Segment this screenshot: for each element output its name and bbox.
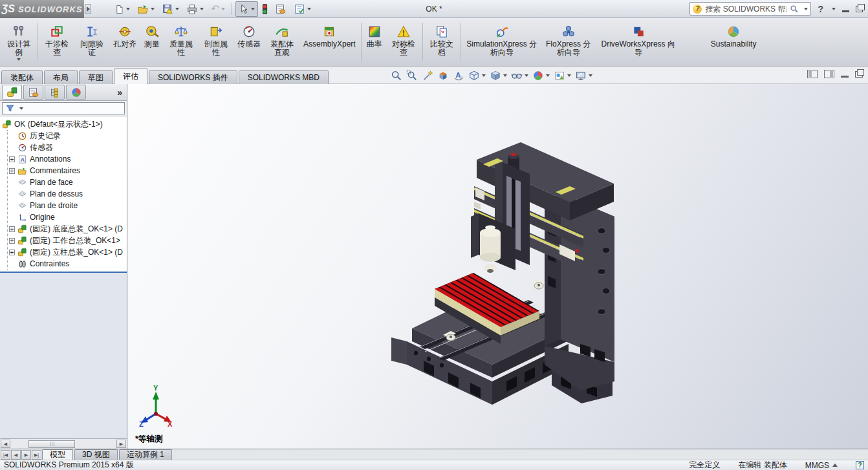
edit-appearance-caret-icon[interactable] <box>546 74 550 77</box>
help-button[interactable]: ? <box>818 4 823 14</box>
tree-item-origin[interactable]: Origine <box>9 211 127 223</box>
expand-icon[interactable] <box>9 168 15 174</box>
curvature-button[interactable]: 曲率 <box>363 20 386 50</box>
document-restore-button[interactable] <box>855 71 863 78</box>
scroll-left-button[interactable]: ◀ <box>1 440 10 448</box>
tree-item-base-subassembly[interactable]: (固定) 底座总装_OK<1> (D <box>9 223 127 235</box>
scrollbar-thumb[interactable] <box>28 440 75 448</box>
model-tab[interactable]: 模型 <box>42 449 73 460</box>
design-study-button[interactable]: 设计算例 <box>1 20 36 62</box>
compare-documents-button[interactable]: 比较文档 <box>424 20 459 58</box>
displaymanager-tab[interactable] <box>66 85 86 100</box>
simulationxpress-button[interactable]: SimulationXpress 分析向导 <box>462 20 541 58</box>
tree-filter-box[interactable] <box>2 102 125 114</box>
configurationmanager-tab[interactable] <box>45 85 65 100</box>
search-dropdown-caret-icon[interactable] <box>804 8 808 10</box>
select-tool-button[interactable] <box>235 1 258 17</box>
tab-scroll-next-button[interactable]: ▶ <box>21 450 31 460</box>
help-dropdown-caret-icon[interactable] <box>832 8 836 10</box>
3d-views-tab[interactable]: 3D 视图 <box>74 449 118 460</box>
display-style-button[interactable] <box>488 69 508 82</box>
expand-icon[interactable] <box>9 156 15 162</box>
tree-root-item[interactable]: OK (Défaut<显示状态-1>) <box>2 118 127 130</box>
save-dropdown-caret-icon[interactable] <box>175 8 179 10</box>
assembly-visualization-button[interactable]: 装配体直观 <box>265 20 299 58</box>
tree-item-mates[interactable]: Contraintes <box>9 258 127 270</box>
menu-expand-button[interactable] <box>85 4 91 14</box>
units-selector[interactable]: MMGS <box>805 461 838 470</box>
design-study-caret-icon[interactable] <box>17 58 21 61</box>
clearance-verification-button[interactable]: 间隙验证 <box>74 20 109 58</box>
document-minimize-button[interactable] <box>841 76 849 78</box>
section-properties-button[interactable]: 剖面属性 <box>199 20 233 58</box>
tree-item-comments[interactable]: Commentaires <box>9 165 127 176</box>
new-dropdown-caret-icon[interactable] <box>126 8 130 10</box>
collapse-right-pane-button[interactable] <box>824 70 834 78</box>
cnc-machine-model[interactable] <box>386 124 629 409</box>
search-box[interactable]: ? <box>689 2 811 16</box>
tree-item-worktable-subassembly[interactable]: (固定) 工作台总装_OK<1> <box>9 235 127 246</box>
panel-horizontal-scrollbar[interactable]: ◀ ▶ <box>0 438 127 449</box>
filter-funnel-icon[interactable] <box>5 103 15 113</box>
tree-item-column-subassembly[interactable]: (固定) 立柱总装_OK<1> (D <box>9 246 127 258</box>
featuremanager-tree-tab[interactable] <box>2 85 22 100</box>
view-orientation-caret-icon[interactable] <box>482 74 486 77</box>
apply-scene-caret-icon[interactable] <box>567 74 571 77</box>
search-icon[interactable] <box>790 5 799 14</box>
panel-overflow-chevron[interactable]: » <box>117 87 122 98</box>
tab-assembly[interactable]: 装配体 <box>1 70 43 84</box>
tree-item-history[interactable]: 历史记录 <box>9 130 127 142</box>
tree-item-top-plane[interactable]: Plan de dessus <box>9 188 127 200</box>
view-settings-caret-icon[interactable] <box>589 74 592 77</box>
floxpress-button[interactable]: FloXpress 分析向导 <box>541 20 596 58</box>
section-view-button[interactable] <box>436 69 450 82</box>
tree-item-sensors[interactable]: 传感器 <box>9 142 127 153</box>
symmetry-check-button[interactable]: 对称检查 <box>386 20 421 58</box>
expand-icon[interactable] <box>9 226 15 232</box>
collapse-left-pane-button[interactable] <box>807 70 818 78</box>
search-input[interactable] <box>705 5 787 14</box>
expand-icon[interactable] <box>9 250 15 255</box>
edit-appearance-button[interactable] <box>531 69 551 82</box>
driveworksxpress-button[interactable]: DriveWorksXpress 向导 <box>596 20 681 58</box>
motion-study-tab[interactable]: 运动算例 1 <box>119 449 172 460</box>
open-dropdown-caret-icon[interactable] <box>151 8 155 10</box>
mass-properties-button[interactable]: 质量属性 <box>164 20 199 58</box>
hide-show-items-button[interactable] <box>510 69 530 82</box>
sustainability-button[interactable]: Sustainability <box>707 20 761 50</box>
print-button[interactable] <box>183 1 207 17</box>
tree-item-right-plane[interactable]: Plan de droite <box>9 200 127 211</box>
propertymanager-tab[interactable] <box>23 85 43 100</box>
expand-icon[interactable] <box>9 238 15 244</box>
tab-solidworks-mbd[interactable]: SOLIDWORKS MBD <box>239 70 329 84</box>
tab-sketch[interactable]: 草图 <box>79 70 113 84</box>
new-document-button[interactable] <box>111 1 133 17</box>
apply-scene-button[interactable] <box>552 69 572 82</box>
zoom-to-area-button[interactable] <box>405 69 419 82</box>
previous-view-button[interactable] <box>420 69 435 82</box>
open-button[interactable] <box>134 1 158 17</box>
dynamic-annotation-views-button[interactable] <box>451 69 466 82</box>
print-dropdown-caret-icon[interactable] <box>200 8 204 10</box>
save-button[interactable] <box>158 1 182 17</box>
graphics-viewport[interactable]: Y X Z *等轴测 <box>127 84 868 449</box>
undo-button[interactable]: ↶ <box>208 1 228 17</box>
zoom-to-fit-button[interactable] <box>389 69 404 82</box>
tab-evaluate[interactable]: 评估 <box>114 69 147 84</box>
restore-window-button[interactable] <box>856 6 863 12</box>
display-style-caret-icon[interactable] <box>503 74 507 77</box>
view-orientation-button[interactable] <box>467 69 487 82</box>
tab-scroll-prev-button[interactable]: ◀ <box>11 450 21 460</box>
tab-solidworks-addins[interactable]: SOLIDWORKS 插件 <box>149 70 237 84</box>
status-help-button[interactable]: ? <box>856 461 864 469</box>
filter-caret-icon[interactable] <box>19 107 23 110</box>
interference-detection-button[interactable]: 干涉检查 <box>39 20 74 58</box>
hole-alignment-button[interactable]: 孔对齐 <box>109 20 140 50</box>
tab-scroll-first-button[interactable]: |◀ <box>1 450 10 460</box>
tab-scroll-last-button[interactable]: ▶| <box>32 450 41 460</box>
minimize-button[interactable] <box>842 10 849 12</box>
assemblyxpert-button[interactable]: AssemblyXpert <box>299 20 360 50</box>
measure-button[interactable]: 测量 <box>140 20 164 50</box>
hide-show-caret-icon[interactable] <box>525 74 528 77</box>
tab-layout[interactable]: 布局 <box>44 70 78 84</box>
